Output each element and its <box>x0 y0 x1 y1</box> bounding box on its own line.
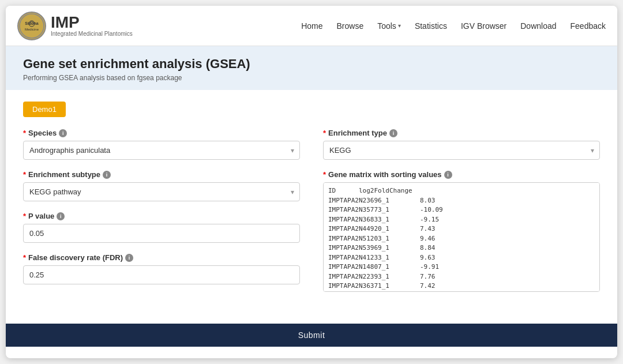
nav-browse[interactable]: Browse <box>337 21 364 31</box>
navbar: Siddha Medicine IMP Integrated Medicinal… <box>6 6 617 46</box>
enrichment-subtype-select-wrapper: KEGG pathway ▾ <box>23 182 300 201</box>
form-left: * Species i Andrographis paniculata ▾ * <box>23 129 300 324</box>
form-right: * Enrichment type i KEGG ▾ * <box>323 129 600 324</box>
nav-statistics[interactable]: Statistics <box>415 21 447 31</box>
species-field-group: * Species i Andrographis paniculata ▾ <box>23 129 300 160</box>
submit-button[interactable]: Submit <box>298 331 325 340</box>
enrichment-type-field-group: * Enrichment type i KEGG ▾ <box>323 129 600 160</box>
fdr-field-group: * False discovery rate (FDR) i <box>23 253 300 284</box>
submit-bar: Submit <box>6 324 617 347</box>
enrichment-type-label: * Enrichment type i <box>323 129 600 137</box>
gene-matrix-label: * Gene matrix with sorting values i <box>323 170 600 179</box>
enrichment-type-select-wrapper: KEGG ▾ <box>323 141 600 160</box>
logo-imp-text: IMP <box>51 14 133 31</box>
nav-download[interactable]: Download <box>520 21 556 31</box>
fdr-info-icon[interactable]: i <box>125 254 133 262</box>
logo-text: IMP Integrated Medicinal Plantomics <box>51 14 133 37</box>
page-header: Gene set enrichment analysis (GSEA) Perf… <box>6 46 617 90</box>
nav-tools[interactable]: Tools ▾ <box>377 21 401 31</box>
fdr-label: * False discovery rate (FDR) i <box>23 253 300 262</box>
svg-text:Siddha: Siddha <box>25 21 38 25</box>
gene-matrix-info-icon[interactable]: i <box>444 171 452 179</box>
form-grid: * Species i Andrographis paniculata ▾ * <box>23 129 600 324</box>
nav-links: Home Browse Tools ▾ Statistics IGV Brows… <box>301 21 606 31</box>
enrichment-type-info-icon[interactable]: i <box>389 129 397 137</box>
p-value-label: * P value i <box>23 212 300 220</box>
fdr-input[interactable] <box>23 265 300 284</box>
nav-feedback[interactable]: Feedback <box>571 21 606 31</box>
enrichment-subtype-info-icon[interactable]: i <box>103 171 111 179</box>
species-select-wrapper: Andrographis paniculata ▾ <box>23 141 300 160</box>
tools-dropdown-icon: ▾ <box>398 22 401 29</box>
enrichment-subtype-label: * Enrichment subtype i <box>23 170 300 179</box>
page-title: Gene set enrichment analysis (GSEA) <box>23 57 600 72</box>
species-select[interactable]: Andrographis paniculata <box>23 141 300 160</box>
logo-area: Siddha Medicine IMP Integrated Medicinal… <box>17 12 133 40</box>
demo1-button[interactable]: Demo1 <box>23 102 66 117</box>
svg-point-0 <box>20 14 44 38</box>
nav-home[interactable]: Home <box>301 21 322 31</box>
p-value-field-group: * P value i <box>23 212 300 243</box>
logo-subtitle-text: Integrated Medicinal Plantomics <box>51 31 133 37</box>
gene-matrix-field-group: * Gene matrix with sorting values i ID l… <box>323 170 600 292</box>
page-subtitle: Performing GSEA analysis based on fgsea … <box>23 74 600 82</box>
p-value-input[interactable] <box>23 224 300 243</box>
p-value-info-icon[interactable]: i <box>57 212 65 220</box>
enrichment-subtype-field-group: * Enrichment subtype i KEGG pathway ▾ <box>23 170 300 201</box>
enrichment-type-select[interactable]: KEGG <box>323 141 600 160</box>
enrichment-subtype-select[interactable]: KEGG pathway <box>23 182 300 201</box>
logo-icon: Siddha Medicine <box>17 12 46 40</box>
gene-matrix-textarea[interactable]: ID log2FoldChange IMPTAPA2N23696_1 8.03 … <box>323 182 600 292</box>
species-info-icon[interactable]: i <box>59 129 67 137</box>
main-content: Demo1 * Species i Andrographis paniculat… <box>6 90 617 358</box>
species-label: * Species i <box>23 129 300 137</box>
svg-text:Medicine: Medicine <box>25 28 39 31</box>
nav-igv-browser[interactable]: IGV Browser <box>461 21 506 31</box>
